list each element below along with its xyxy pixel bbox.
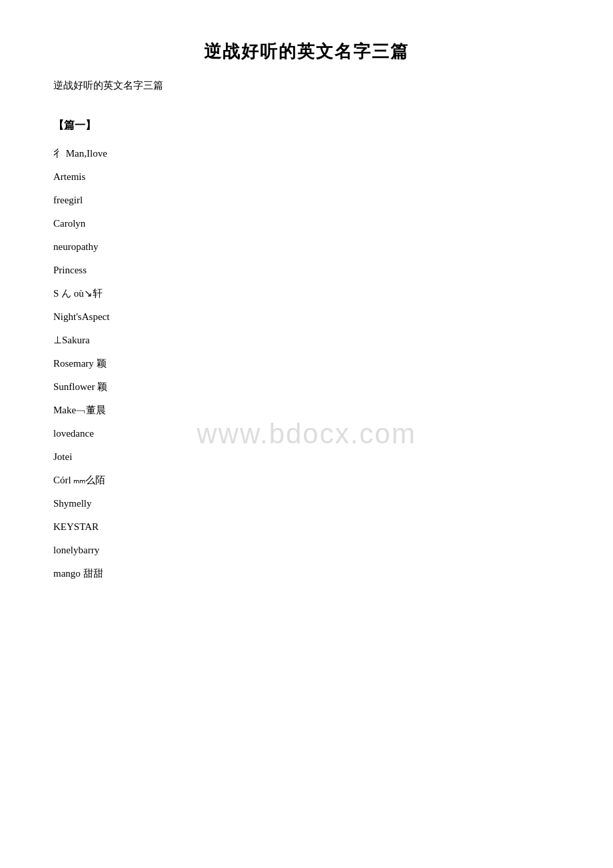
list-item: Rosemary 颖 [53,355,560,373]
list-item: Night'sAspect [53,308,560,326]
section-1-header: 【篇一】 [53,119,560,133]
list-item: Carolyn [53,215,560,233]
list-item: Artemis [53,168,560,186]
list-item: freegirl [53,191,560,209]
list-item: Sunflower 颖 [53,378,560,396]
list-item: Make﹁董晨 [53,401,560,419]
list-item: Shymelly [53,495,560,513]
list-item: neuropathy [53,238,560,256]
page-title: 逆战好听的英文名字三篇 [53,40,560,63]
list-item: Córl ₘₘ么陌 [53,471,560,489]
list-item: 彳 Man,Ilove [53,145,560,163]
list-item: Princess [53,261,560,279]
list-item: lonelybarry [53,541,560,559]
section-1: 【篇一】 彳 Man,IloveArtemisfreegirlCarolynne… [53,119,560,583]
list-item: Jotei [53,448,560,466]
list-item: ⊥Sakura [53,331,560,349]
page-subtitle: 逆战好听的英文名字三篇 [53,79,560,92]
list-item: lovedance [53,425,560,443]
list-item: KEYSTAR [53,518,560,536]
name-list-1: 彳 Man,IloveArtemisfreegirlCarolynneuropa… [53,145,560,583]
list-item: S ん où↘轩 [53,285,560,303]
list-item: mango 甜甜 [53,565,560,583]
